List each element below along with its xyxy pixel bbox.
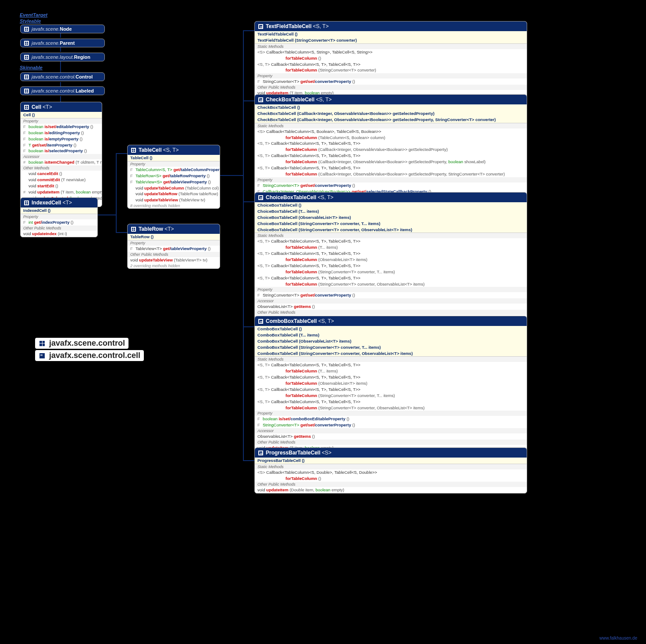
class-icon (131, 148, 136, 153)
class-icon (258, 451, 263, 455)
class-parent: javafx.scene.Parent (20, 39, 105, 47)
watermark: www.falkhausen.de (600, 636, 637, 640)
class-labeled: javafx.scene.control.Labeled (20, 86, 105, 95)
package-icon (39, 340, 46, 347)
class-icon (24, 27, 29, 32)
interface-eventtarget[interactable]: EventTarget (20, 12, 47, 18)
class-icon (24, 105, 29, 110)
class-icon (24, 89, 29, 93)
class-icon (24, 41, 29, 46)
class-tablecell: TableCell <S, T> TableCell () Property F… (127, 145, 220, 209)
class-icon (258, 97, 263, 102)
class-progressbartablecell: ProgressBarTableCell <S> ProgressBarTabl… (254, 447, 527, 494)
class-icon (24, 55, 29, 60)
interface-styleable[interactable]: Styleable (20, 18, 41, 24)
class-icon (258, 24, 263, 29)
class-icon (131, 227, 136, 232)
class-icon (24, 200, 29, 205)
class-tablerow: TableRow <T> TableRow () Property FTable… (127, 224, 220, 269)
class-icon (258, 319, 263, 324)
class-node: javafx.scene.Node (20, 25, 105, 33)
class-comboboxtablecell: ComboBoxTableCell <S, T> ComboBoxTableCe… (254, 316, 527, 457)
class-region: javafx.scene.layout.Region (20, 53, 105, 61)
class-icon (24, 75, 29, 79)
class-indexedcell: IndexedCell <T> IndexedCell () Property … (20, 197, 98, 237)
legend-control: javafx.scene.control (35, 338, 128, 349)
class-choiceboxtablecell: ChoiceBoxTableCell <S, T> ChoiceBoxTable… (254, 192, 527, 327)
legend-cell: javafx.scene.control.cell (35, 350, 144, 361)
class-icon (258, 195, 263, 200)
class-control: javafx.scene.control.Control (20, 72, 105, 81)
class-checkboxtablecell: CheckBoxTableCell <S, T> CheckBoxTableCe… (254, 94, 527, 206)
interface-skinnable[interactable]: Skinnable (20, 65, 43, 70)
package-icon (39, 352, 46, 359)
class-cell: Cell <T> Cell () Property Fboolean is/se… (20, 102, 102, 207)
class-textfieldtablecell: TextFieldTableCell <S, T> TextFieldTable… (254, 21, 527, 102)
